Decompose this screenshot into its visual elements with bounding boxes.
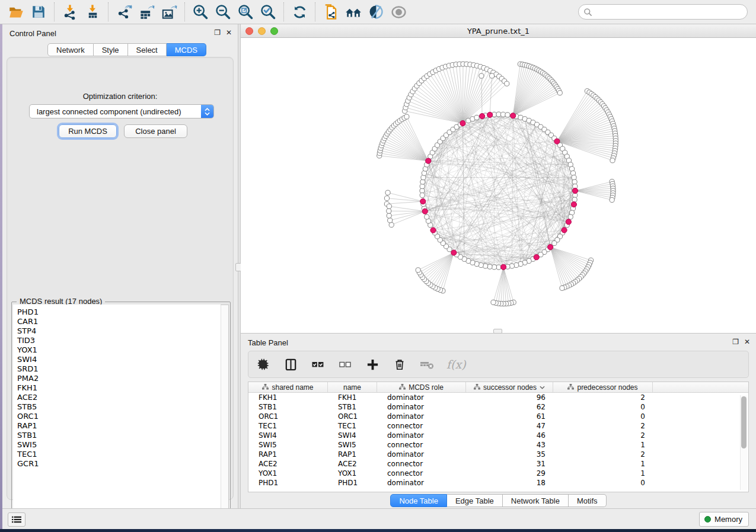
table-row[interactable]: TEC1TEC1connector472 bbox=[248, 421, 748, 431]
graph-node[interactable] bbox=[474, 115, 479, 120]
refresh-view-icon[interactable] bbox=[288, 2, 311, 22]
graph-mcds-node[interactable] bbox=[501, 264, 506, 270]
graph-node[interactable] bbox=[492, 265, 496, 270]
tab-motifs[interactable]: Motifs bbox=[569, 494, 607, 507]
graph-node[interactable] bbox=[568, 214, 573, 219]
graph-node[interactable] bbox=[514, 262, 519, 267]
export-table-icon[interactable] bbox=[135, 2, 158, 22]
close-panel-button[interactable]: Close panel bbox=[124, 124, 187, 138]
column-header-shared-name[interactable]: shared name bbox=[248, 382, 328, 392]
graph-node[interactable] bbox=[404, 114, 409, 119]
tab-style[interactable]: Style bbox=[94, 43, 128, 56]
mcds-node-item[interactable]: GCR1 bbox=[17, 459, 221, 469]
graph-node[interactable] bbox=[572, 175, 576, 180]
mcds-node-item[interactable]: SRD1 bbox=[17, 364, 221, 374]
mcds-node-item[interactable]: STP4 bbox=[17, 326, 221, 336]
column-header-successor-nodes[interactable]: successor nodes bbox=[466, 382, 553, 392]
export-network-icon[interactable] bbox=[113, 2, 135, 22]
graph-node[interactable] bbox=[572, 197, 577, 202]
tab-network-table[interactable]: Network Table bbox=[503, 494, 569, 507]
mcds-node-item[interactable]: CAR1 bbox=[17, 317, 221, 326]
zoom-fit-icon[interactable] bbox=[234, 2, 257, 22]
graph-node[interactable] bbox=[557, 91, 562, 95]
task-history-button[interactable] bbox=[8, 512, 25, 527]
table-scrollbar[interactable] bbox=[740, 395, 747, 490]
graph-node[interactable] bbox=[387, 204, 391, 209]
run-mcds-button[interactable]: Run MCDS bbox=[59, 124, 117, 138]
graph-node[interactable] bbox=[387, 209, 391, 213]
graph-node[interactable] bbox=[420, 180, 425, 184]
mcds-node-item[interactable]: SWI5 bbox=[17, 440, 221, 450]
graph-mcds-node[interactable] bbox=[430, 227, 436, 233]
graph-node[interactable] bbox=[572, 180, 577, 184]
graph-node[interactable] bbox=[610, 158, 615, 163]
graph-mcds-node[interactable] bbox=[426, 158, 431, 164]
graph-node[interactable] bbox=[421, 175, 426, 180]
graph-node[interactable] bbox=[490, 73, 495, 78]
show-graphics-details-icon[interactable] bbox=[387, 2, 410, 22]
graph-node[interactable] bbox=[496, 112, 501, 117]
graph-node[interactable] bbox=[385, 190, 390, 195]
delete-column-trash-icon[interactable] bbox=[392, 357, 407, 372]
graph-node[interactable] bbox=[420, 193, 425, 197]
column-header-predecessor-nodes[interactable]: predecessor nodes bbox=[553, 382, 653, 392]
graph-node[interactable] bbox=[388, 218, 393, 223]
close-window-icon[interactable] bbox=[245, 27, 253, 35]
graph-node[interactable] bbox=[420, 184, 425, 188]
graph-mcds-node[interactable] bbox=[562, 227, 567, 233]
table-row[interactable]: SWI4SWI4dominator462 bbox=[248, 431, 748, 440]
graph-mcds-node[interactable] bbox=[534, 255, 539, 260]
graph-mcds-node[interactable] bbox=[487, 112, 493, 117]
mcds-node-item[interactable]: TID3 bbox=[17, 336, 221, 345]
import-table-from-file-icon[interactable] bbox=[81, 2, 104, 22]
table-row[interactable]: ACE2ACE2connector311 bbox=[248, 459, 748, 469]
tab-edge-table[interactable]: Edge Table bbox=[447, 494, 503, 507]
float-panel-icon[interactable]: ❐ bbox=[732, 338, 739, 346]
close-panel-icon[interactable]: ✕ bbox=[226, 28, 232, 37]
table-row[interactable]: SWI5SWI5connector431 bbox=[248, 440, 748, 450]
tab-node-table[interactable]: Node Table bbox=[390, 494, 447, 507]
delete-table-icon[interactable] bbox=[419, 357, 435, 372]
tab-mcds[interactable]: MCDS bbox=[167, 43, 206, 56]
graph-node[interactable] bbox=[416, 268, 420, 273]
mcds-node-item[interactable]: YOX1 bbox=[17, 345, 221, 355]
mcds-node-item[interactable]: ORC1 bbox=[17, 412, 221, 421]
graph-node[interactable] bbox=[570, 171, 575, 175]
tab-select[interactable]: Select bbox=[128, 43, 167, 56]
memory-button[interactable]: Memory bbox=[699, 512, 749, 527]
table-row[interactable]: STB1STB1dominator620 bbox=[248, 402, 748, 412]
mcds-node-item[interactable]: SWI4 bbox=[17, 355, 221, 364]
graph-node[interactable] bbox=[387, 213, 391, 218]
network-titlebar[interactable]: YPA_prune.txt_1 bbox=[241, 24, 756, 38]
mcds-node-item[interactable]: PHD1 bbox=[17, 307, 221, 317]
search-input[interactable] bbox=[592, 6, 747, 18]
graph-node[interactable] bbox=[500, 112, 505, 117]
choose-columns-icon[interactable] bbox=[283, 357, 298, 372]
first-neighbors-icon[interactable] bbox=[342, 2, 365, 22]
function-builder-icon[interactable]: f(x) bbox=[446, 358, 466, 371]
network-graph[interactable] bbox=[241, 38, 756, 333]
hide-graphics-details-icon[interactable] bbox=[365, 2, 387, 22]
graph-mcds-node[interactable] bbox=[548, 245, 553, 250]
search-box[interactable] bbox=[578, 4, 748, 20]
graph-mcds-node[interactable] bbox=[422, 209, 428, 214]
graph-node[interactable] bbox=[560, 286, 564, 290]
column-header-name[interactable]: name bbox=[328, 382, 377, 392]
graph-node[interactable] bbox=[389, 222, 394, 227]
graph-mcds-node[interactable] bbox=[566, 219, 571, 225]
graph-node[interactable] bbox=[479, 73, 484, 78]
zoom-selected-icon[interactable] bbox=[257, 2, 279, 22]
table-row[interactable]: ORC1ORC1dominator610 bbox=[248, 412, 748, 421]
graph-node[interactable] bbox=[487, 264, 492, 269]
select-all-columns-icon[interactable] bbox=[310, 357, 326, 372]
graph-node[interactable] bbox=[509, 264, 514, 268]
graph-mcds-node[interactable] bbox=[420, 198, 426, 204]
horizontal-splitter-handle[interactable] bbox=[493, 329, 502, 334]
close-panel-icon[interactable]: ✕ bbox=[744, 338, 750, 346]
table-scrollbar-thumb[interactable] bbox=[741, 396, 747, 448]
table-settings-gear-icon[interactable] bbox=[256, 357, 271, 372]
graph-mcds-node[interactable] bbox=[511, 113, 516, 118]
save-session-icon[interactable] bbox=[27, 2, 50, 22]
mcds-node-item[interactable]: ACE2 bbox=[17, 393, 221, 402]
zoom-in-icon[interactable] bbox=[189, 2, 212, 22]
